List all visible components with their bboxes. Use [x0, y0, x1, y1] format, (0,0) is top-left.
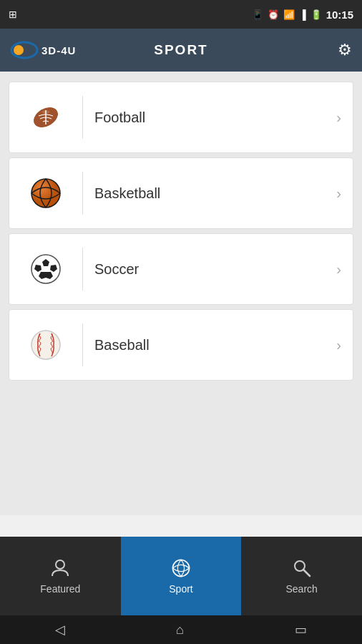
sport-item-football[interactable]: Football › — [9, 82, 353, 153]
chevron-icon: › — [336, 337, 341, 353]
chevron-icon: › — [336, 185, 341, 202]
status-bar-left: ⊞ — [9, 9, 17, 20]
logo-text: 3D-4U — [41, 44, 76, 57]
phone-icon: 📱 — [252, 9, 263, 20]
football-icon-area — [21, 99, 71, 136]
sport-item-soccer[interactable]: Soccer › — [9, 233, 353, 305]
search-nav-icon — [291, 557, 313, 579]
basketball-label: Basketball — [94, 185, 336, 202]
app-header: 3D-4U SPORT ⚙ — [0, 29, 362, 72]
alarm-icon: ⏰ — [268, 9, 279, 20]
chevron-icon: › — [336, 261, 341, 278]
logo: 3D-4U — [10, 41, 76, 59]
settings-icon[interactable]: ⚙ — [338, 41, 352, 59]
signal-icon: ▐ — [299, 9, 305, 20]
wifi-icon: 📶 — [283, 9, 295, 20]
baseball-icon-area — [21, 326, 71, 364]
divider — [82, 323, 83, 366]
sport-item-baseball[interactable]: Baseball › — [9, 309, 353, 381]
status-bar-right: 📱 ⏰ 📶 ▐ 🔋 10:15 — [252, 9, 353, 21]
page-title: SPORT — [154, 42, 207, 58]
soccer-icon-area — [21, 250, 71, 288]
divider — [82, 96, 83, 139]
featured-icon — [49, 557, 71, 579]
home-button[interactable]: ⌂ — [176, 623, 184, 638]
baseball-label: Baseball — [94, 337, 336, 353]
svg-point-16 — [172, 560, 189, 576]
basketball-icon — [27, 175, 64, 212]
soccer-icon — [27, 250, 64, 288]
nav-sport[interactable]: Sport — [121, 537, 242, 615]
divider — [82, 248, 83, 291]
status-bar: ⊞ 📱 ⏰ 📶 ▐ 🔋 10:15 — [0, 0, 362, 29]
football-label: Football — [94, 109, 336, 126]
basketball-icon-area — [21, 175, 71, 212]
football-icon — [27, 99, 64, 136]
main-content: Football › Basketball › — [0, 72, 362, 515]
sport-item-basketball[interactable]: Basketball › — [9, 157, 353, 229]
sport-nav-icon — [170, 557, 192, 579]
divider — [82, 172, 83, 215]
bottom-nav: Featured Sport Search — [0, 537, 362, 615]
nav-featured[interactable]: Featured — [0, 537, 121, 615]
chevron-icon: › — [336, 109, 341, 126]
system-nav: ◁ ⌂ ▭ — [0, 615, 362, 644]
svg-line-18 — [303, 570, 310, 576]
grid-icon: ⊞ — [9, 9, 17, 20]
soccer-label: Soccer — [94, 261, 336, 278]
nav-featured-label: Featured — [40, 583, 80, 595]
nav-sport-label: Sport — [169, 583, 192, 595]
svg-point-1 — [14, 45, 24, 55]
back-button[interactable]: ◁ — [55, 622, 65, 638]
logo-graphic — [10, 41, 39, 59]
nav-search-label: Search — [286, 583, 318, 595]
status-time: 10:15 — [326, 9, 353, 21]
nav-search[interactable]: Search — [241, 537, 362, 615]
svg-point-15 — [56, 560, 64, 569]
recent-button[interactable]: ▭ — [295, 622, 307, 638]
battery-icon: 🔋 — [310, 9, 322, 20]
baseball-icon — [27, 326, 64, 364]
